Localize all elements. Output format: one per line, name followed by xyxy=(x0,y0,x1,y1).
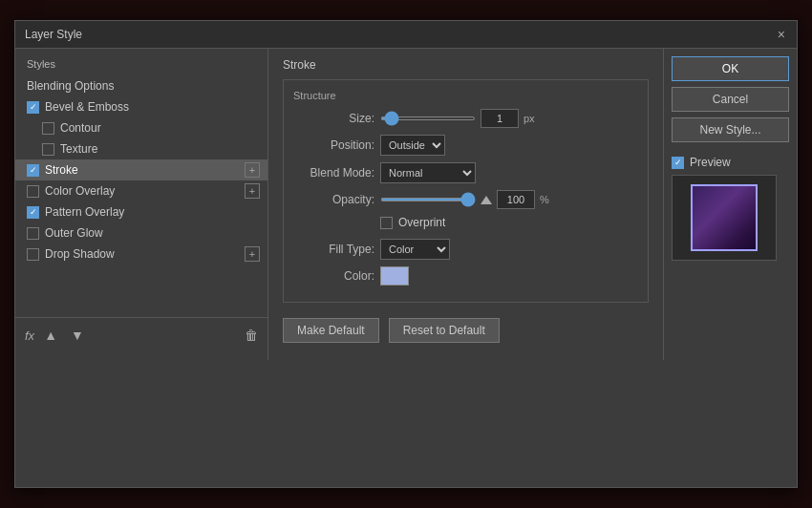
position-label: Position: xyxy=(293,138,374,152)
opacity-slider-row: % xyxy=(380,190,549,209)
outer-glow-label: Outer Glow xyxy=(45,226,103,240)
texture-checkbox[interactable] xyxy=(42,143,54,156)
stroke-section-box: Structure Size: px Position: xyxy=(283,79,649,303)
main-content: Stroke Structure Size: px Posi xyxy=(268,49,663,360)
delete-button[interactable]: 🗑 xyxy=(245,328,258,343)
color-overlay-checkbox[interactable] xyxy=(27,185,39,198)
preview-inner xyxy=(691,184,758,251)
fx-label: fx xyxy=(25,328,34,343)
fill-type-select[interactable]: Color Gradient Pattern xyxy=(380,239,450,260)
preview-canvas xyxy=(672,175,777,261)
main-content-area: Stroke Structure Size: px Posi xyxy=(268,49,663,360)
position-select[interactable]: Outside Inside Center xyxy=(380,135,445,156)
move-up-button[interactable]: ▲ xyxy=(40,326,61,345)
color-label: Color: xyxy=(293,269,374,283)
opacity-row: Opacity: % xyxy=(293,190,638,209)
opacity-slider[interactable] xyxy=(380,198,476,201)
section-title: Stroke xyxy=(283,58,649,72)
structure-label: Structure xyxy=(293,90,638,101)
drop-shadow-add-button[interactable]: + xyxy=(245,246,260,262)
styles-header: Styles xyxy=(15,56,267,75)
color-overlay-add-button[interactable]: + xyxy=(245,183,260,199)
preview-section: Preview xyxy=(672,156,789,261)
sidebar-item-drop-shadow[interactable]: Drop Shadow + xyxy=(15,243,267,265)
fill-type-label: Fill Type: xyxy=(293,243,374,256)
reset-to-default-button[interactable]: Reset to Default xyxy=(389,318,500,343)
size-slider[interactable] xyxy=(380,116,476,120)
stroke-add-button[interactable]: + xyxy=(245,162,260,178)
sidebar: Styles Blending Options Bevel & Emboss C… xyxy=(15,49,268,360)
blend-mode-label: Blend Mode: xyxy=(293,166,374,180)
ok-button[interactable]: OK xyxy=(672,56,789,81)
dialog-body: Styles Blending Options Bevel & Emboss C… xyxy=(15,49,797,360)
stroke-label: Stroke xyxy=(45,163,78,177)
size-input[interactable] xyxy=(481,109,519,128)
make-default-button[interactable]: Make Default xyxy=(283,318,379,343)
blending-options-label: Blending Options xyxy=(27,79,114,93)
color-overlay-label: Color Overlay xyxy=(45,184,115,198)
outer-glow-checkbox[interactable] xyxy=(27,227,39,240)
sidebar-item-contour[interactable]: Contour xyxy=(15,117,267,138)
texture-label: Texture xyxy=(60,142,97,156)
overprint-row: Overprint xyxy=(293,216,638,229)
pattern-overlay-checkbox[interactable] xyxy=(27,206,39,219)
dialog-title: Layer Style xyxy=(25,28,82,41)
sidebar-footer: fx ▲ ▼ 🗑 xyxy=(15,317,267,352)
fill-type-row: Fill Type: Color Gradient Pattern xyxy=(293,239,638,260)
close-button[interactable]: × xyxy=(776,28,787,41)
size-unit: px xyxy=(524,113,535,124)
opacity-thumb-icon xyxy=(481,196,492,204)
size-row: Size: px xyxy=(293,109,638,128)
sidebar-item-pattern-overlay[interactable]: Pattern Overlay xyxy=(15,201,267,222)
move-down-button[interactable]: ▼ xyxy=(67,326,88,345)
contour-checkbox[interactable] xyxy=(42,122,54,135)
color-swatch[interactable] xyxy=(380,266,409,286)
new-style-button[interactable]: New Style... xyxy=(672,117,789,142)
preview-checkbox[interactable] xyxy=(672,157,684,169)
color-row: Color: xyxy=(293,266,638,286)
preview-label: Preview xyxy=(690,156,731,169)
sidebar-item-outer-glow[interactable]: Outer Glow xyxy=(15,222,267,243)
sidebar-item-color-overlay[interactable]: Color Overlay + xyxy=(15,180,267,201)
drop-shadow-checkbox[interactable] xyxy=(27,248,39,261)
sidebar-item-stroke[interactable]: Stroke + xyxy=(15,159,267,180)
buttons-row: Make Default Reset to Default xyxy=(283,310,649,350)
right-panel: OK Cancel New Style... Preview xyxy=(663,49,797,360)
stroke-checkbox[interactable] xyxy=(27,164,39,177)
overprint-label: Overprint xyxy=(398,216,445,229)
title-bar: Layer Style × xyxy=(15,21,797,49)
blend-mode-row: Blend Mode: Normal Dissolve Multiply Scr… xyxy=(293,162,638,183)
preview-check-row: Preview xyxy=(672,156,789,169)
sidebar-item-bevel-emboss[interactable]: Bevel & Emboss xyxy=(15,96,267,117)
drop-shadow-label: Drop Shadow xyxy=(45,247,115,261)
position-row: Position: Outside Inside Center xyxy=(293,135,638,156)
size-label: Size: xyxy=(293,112,374,125)
opacity-label: Opacity: xyxy=(293,193,374,206)
overprint-checkbox[interactable] xyxy=(380,217,393,229)
opacity-input[interactable] xyxy=(497,190,535,209)
sidebar-item-texture[interactable]: Texture xyxy=(15,138,267,159)
bevel-emboss-checkbox[interactable] xyxy=(27,101,39,114)
opacity-unit: % xyxy=(540,194,549,205)
cancel-button[interactable]: Cancel xyxy=(672,87,789,112)
contour-label: Contour xyxy=(60,121,101,135)
layer-style-dialog: Layer Style × Styles Blending Options Be… xyxy=(14,20,798,488)
bevel-emboss-label: Bevel & Emboss xyxy=(45,100,129,114)
sidebar-item-blending-options[interactable]: Blending Options xyxy=(15,75,267,96)
pattern-overlay-label: Pattern Overlay xyxy=(45,205,124,219)
fill-section: Fill Type: Color Gradient Pattern Color: xyxy=(293,239,638,286)
size-slider-container: px xyxy=(380,109,535,128)
blend-mode-select[interactable]: Normal Dissolve Multiply Screen xyxy=(380,162,476,183)
